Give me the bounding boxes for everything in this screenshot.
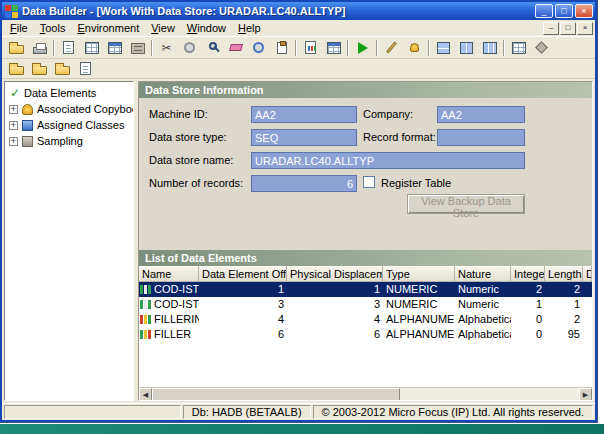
element-type-icon <box>140 285 151 294</box>
table-row[interactable]: FILLERINO 4 4 ALPHANUMERIC Alphabetical … <box>139 312 592 327</box>
section-header-list-of-data-elements: List of Data Elements <box>139 250 592 266</box>
split-vertical-button[interactable] <box>455 38 478 58</box>
tools-button[interactable] <box>178 38 201 58</box>
tree-item-label: Data Elements <box>24 87 96 99</box>
menu-tools[interactable]: Tools <box>34 21 72 35</box>
cell-nature: Numeric <box>455 297 511 312</box>
close-button[interactable]: × <box>575 4 593 18</box>
table-row[interactable]: FILLER 6 6 ALPHANUMERIC Alphabetical 0 9… <box>139 327 592 342</box>
properties-button[interactable] <box>530 38 553 58</box>
run-button[interactable] <box>351 38 374 58</box>
cell-dec <box>583 312 592 327</box>
print-button[interactable] <box>28 38 51 58</box>
search-icon <box>209 42 217 50</box>
grid-icon <box>85 42 99 54</box>
expand-plus-icon[interactable]: + <box>9 105 18 114</box>
data-grid-button[interactable] <box>80 38 103 58</box>
number-of-records-label: Number of records: <box>149 177 243 189</box>
column-header-physical-displacement[interactable]: Physical Displacement <box>287 266 383 282</box>
table-window-icon <box>108 42 122 54</box>
expand-plus-icon[interactable]: + <box>9 137 18 146</box>
menu-environment[interactable]: Environment <box>71 21 145 35</box>
menu-window[interactable]: Window <box>181 21 232 35</box>
clipboard-button[interactable] <box>270 38 293 58</box>
column-header-length[interactable]: Length <box>545 266 583 282</box>
report-button[interactable] <box>299 38 322 58</box>
column-header-nature[interactable]: Nature <box>455 266 511 282</box>
table-row[interactable]: COD-IST-1 3 3 NUMERIC Numeric 1 1 <box>139 297 592 312</box>
cell-nature: Alphabetical <box>455 327 511 342</box>
cut-button[interactable]: ✂ <box>155 38 178 58</box>
tree-item-assigned-classes[interactable]: + Assigned Classes <box>7 117 131 133</box>
tree-item-associated-copybook[interactable]: + Associated Copybook <box>7 101 131 117</box>
open-button[interactable] <box>5 38 28 58</box>
scroll-right-button[interactable]: ▶ <box>579 388 592 401</box>
columns-icon <box>483 42 497 54</box>
folder-icon <box>32 66 47 75</box>
data-store-name-field[interactable] <box>251 152 525 169</box>
table-view-button[interactable] <box>322 38 345 58</box>
column-header-dec[interactable]: Dec <box>583 266 592 282</box>
run-play-icon <box>358 42 368 54</box>
gear-icon <box>184 42 195 53</box>
tree-item-sampling[interactable]: + Sampling <box>7 133 131 149</box>
mdi-minimize-button[interactable]: – <box>543 22 559 35</box>
cell-integer: 1 <box>511 297 545 312</box>
toolbar-separator <box>428 40 430 56</box>
app-icon <box>5 5 18 18</box>
company-field[interactable] <box>437 106 525 123</box>
expand-plus-icon[interactable]: + <box>9 121 18 130</box>
tree-item-data-elements[interactable]: ✓ Data Elements <box>7 85 131 101</box>
data-store-form: Machine ID: Company: Data store type: Re… <box>139 98 592 250</box>
data-store-type-field[interactable] <box>251 129 357 146</box>
register-table-checkbox[interactable] <box>363 176 375 188</box>
main-panel: Data Store Information Machine ID: Compa… <box>138 81 593 401</box>
cell-offset: 3 <box>199 297 287 312</box>
data-elements-table: Name Data Element Offset Physical Displa… <box>139 266 592 387</box>
alerts-button[interactable] <box>403 38 426 58</box>
view-document-button[interactable] <box>74 59 97 79</box>
erase-button[interactable] <box>224 38 247 58</box>
cell-offset: 6 <box>199 327 287 342</box>
column-header-name[interactable]: Name <box>139 266 199 282</box>
maximize-button[interactable]: □ <box>555 4 573 18</box>
minimize-button[interactable]: _ <box>535 4 553 18</box>
column-header-type[interactable]: Type <box>383 266 455 282</box>
menu-file[interactable]: File <box>4 21 34 35</box>
scissors-icon: ✂ <box>161 41 171 55</box>
split-horizontal-button[interactable] <box>432 38 455 58</box>
folders-icon <box>55 66 70 75</box>
cell-name: FILLER <box>139 327 199 342</box>
scrollbar-track[interactable] <box>152 388 579 400</box>
cell-name: COD-IST <box>139 282 199 297</box>
record-format-field[interactable] <box>437 129 525 146</box>
options-button[interactable] <box>247 38 270 58</box>
columns-button[interactable] <box>478 38 501 58</box>
table-row[interactable]: COD-IST 1 1 NUMERIC Numeric 2 2 <box>139 282 592 297</box>
search-button[interactable] <box>201 38 224 58</box>
edit-button[interactable] <box>380 38 403 58</box>
toolbar-separator <box>503 40 505 56</box>
machine-id-field[interactable] <box>251 106 357 123</box>
settings-gear-icon <box>253 42 264 53</box>
cell-length: 95 <box>545 327 583 342</box>
open-copybook-button[interactable] <box>28 59 51 79</box>
column-header-data-element-offset[interactable]: Data Element Offset <box>199 266 287 282</box>
mdi-close-button[interactable]: × <box>577 22 593 35</box>
copybook-button[interactable] <box>57 38 80 58</box>
grid-view-button[interactable] <box>507 38 530 58</box>
column-header-integer[interactable]: Integer <box>511 266 545 282</box>
archive-button[interactable] <box>126 38 149 58</box>
menu-help[interactable]: Help <box>232 21 267 35</box>
copy-copybook-button[interactable] <box>51 59 74 79</box>
split-vertical-icon <box>460 42 473 54</box>
mdi-restore-button[interactable]: □ <box>560 22 576 35</box>
number-of-records-field[interactable] <box>251 175 357 192</box>
scrollbar-thumb[interactable] <box>152 388 400 401</box>
window-grid-button[interactable] <box>103 38 126 58</box>
menu-view[interactable]: View <box>145 21 181 35</box>
content-area: ✓ Data Elements + Associated Copybook + … <box>2 79 595 403</box>
scroll-left-button[interactable]: ◀ <box>139 388 152 401</box>
view-backup-data-store-button[interactable]: View Backup Data Store <box>407 194 525 214</box>
new-copybook-button[interactable] <box>5 59 28 79</box>
